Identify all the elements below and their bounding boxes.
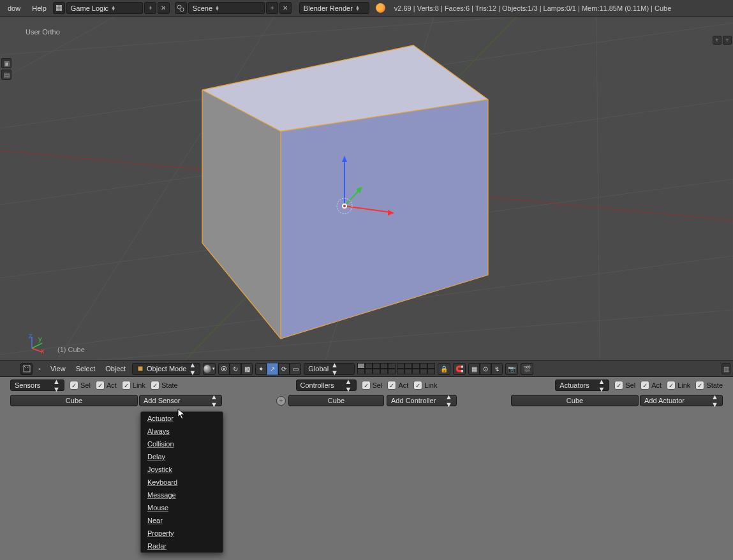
delete-screen-button[interactable]: ✕ [158,2,170,14]
controllers-object-button[interactable]: Cube [288,395,384,406]
render-anim-button[interactable]: 🎬 [521,363,533,375]
screen-layout-select[interactable]: Game Logic ▲▼ [66,2,143,14]
svg-text:x: x [41,347,45,353]
menu-select[interactable]: Select [72,362,100,375]
actuators-state-label: State [706,381,723,389]
actuators-link-label: Link [677,381,690,389]
viewport-canvas [0,17,733,360]
actuators-header: Actuators ▲▼ ✓Sel ✓Act ✓Link ✓State [555,379,723,391]
layer-buttons[interactable] [357,363,435,374]
delete-scene-button[interactable]: ✕ [279,2,292,14]
mode-label: Object Mode [147,365,186,372]
snap-increment-button[interactable]: ▦ [468,363,480,375]
sensor-option-keyboard[interactable]: Keyboard [141,476,223,489]
menu-item-help[interactable]: Help [27,2,52,15]
add-sensor-button[interactable]: Add Sensor ▲▼ [139,395,222,406]
add-scene-button[interactable]: + [266,2,278,14]
sensor-option-collision[interactable]: Collision [141,438,223,450]
actuators-state-checkbox[interactable]: ✓ [695,381,704,390]
sensor-option-near[interactable]: Near [141,514,223,527]
sensors-act-checkbox[interactable]: ✓ [96,381,105,390]
sensor-option-joystick[interactable]: Joystick [141,463,223,476]
menu-item-window[interactable]: dow [3,2,26,15]
controllers-act-checkbox[interactable]: ✓ [387,381,396,390]
menu-object[interactable]: Object [101,362,130,375]
chevron-updown-icon: ▲▼ [211,393,218,408]
collapse-menu-icon[interactable]: ◦ [35,363,44,375]
editor-type-icon[interactable] [20,363,33,375]
sensor-option-mouse[interactable]: Mouse [141,501,223,514]
view-toggle-icon[interactable]: ▤ [1,70,11,80]
actuators-object-button[interactable]: Cube [511,395,639,406]
sensor-option-property[interactable]: Property [141,527,223,540]
3d-viewport[interactable]: ▣ ▤ + + User Ortho (1) Cube z y x [0,17,733,360]
render-image-button[interactable]: 📷 [505,363,518,375]
sensor-option-always[interactable]: Always [141,425,223,438]
pivot-cursor-button[interactable]: ▩ [241,363,253,375]
chevron-updown-icon: ▲▼ [355,6,360,11]
scene-browser-icon[interactable] [175,2,187,14]
manipulator-rotate-button[interactable]: ⟳ [278,363,290,375]
pivot-buttons: ⦿ ↻ ▩ [218,363,253,375]
actuators-act-checkbox[interactable]: ✓ [640,381,649,390]
expand-controller-icon[interactable]: + [276,396,286,406]
controllers-object-label: Cube [328,397,344,404]
sensors-state-checkbox[interactable]: ✓ [151,381,159,390]
camera-toggle-icon[interactable]: ▣ [1,58,11,68]
expand-tool-shelf-icon[interactable]: + [713,36,722,45]
snap-edge-button[interactable]: ↯ [491,363,503,375]
blender-logo-icon [376,3,385,13]
svg-text:z: z [29,333,33,339]
controllers-sel-checkbox[interactable]: ✓ [362,381,371,390]
add-sensor-label: Add Sensor [144,397,180,404]
side-panel-icon[interactable]: ▥ [722,363,730,374]
lock-camera-button[interactable]: 🔒 [438,363,450,375]
actuators-link-checkbox[interactable]: ✓ [667,381,676,390]
screen-layout-label: Game Logic [71,4,108,12]
scene-select[interactable]: Scene ▲▼ [188,2,265,14]
menu-view[interactable]: View [47,362,70,375]
svg-point-1 [180,8,184,11]
add-controller-button[interactable]: Add Controller ▲▼ [387,395,457,406]
sensor-option-radar[interactable]: Radar [141,540,223,552]
screen-browser-icon[interactable] [53,2,65,14]
sensors-act-label: Act [107,381,117,389]
controllers-link-checkbox[interactable]: ✓ [413,381,422,390]
sensors-object-button[interactable]: Cube [10,395,138,406]
manipulator-scale-button[interactable]: ▭ [290,363,301,375]
active-object-label: (1) Cube [57,346,85,353]
pivot-median-button[interactable]: ⦿ [218,363,230,375]
sensor-option-delay[interactable]: Delay [141,450,223,463]
sensors-sel-label: Sel [80,381,91,389]
actuators-sel-checkbox[interactable]: ✓ [614,381,623,390]
sensors-state-label: State [161,381,178,389]
snap-button[interactable]: 🧲 [453,363,466,375]
manipulator-translate-button[interactable]: ↗ [267,363,278,375]
snap-element-buttons: ▦ ⊙ ↯ [468,363,503,375]
manipulator-toggle-button[interactable]: ✦ [255,363,267,375]
svg-line-42 [27,365,30,368]
shading-select[interactable]: ▾ [203,363,216,375]
add-actuator-button[interactable]: Add Actuator ▲▼ [640,395,723,406]
render-engine-select[interactable]: Blender Render ▲▼ [299,2,369,14]
controllers-title: Controllers [300,381,334,389]
sensor-option-message[interactable]: Message [141,489,223,501]
pivot-individual-button[interactable]: ↻ [230,363,241,375]
add-screen-button[interactable]: + [144,2,156,14]
logic-add-row: Cube Add Sensor ▲▼ + Cube Add Controller… [0,394,733,408]
sensors-dropdown[interactable]: Sensors ▲▼ [10,379,64,391]
viewport-left-tools: ▣ ▤ [1,58,11,80]
snap-vertex-button[interactable]: ⊙ [480,363,491,375]
controllers-dropdown[interactable]: Controllers ▲▼ [296,379,357,391]
chevron-updown-icon: ▲▼ [215,6,219,11]
sensors-sel-checkbox[interactable]: ✓ [70,381,78,390]
orientation-select[interactable]: Global ▲▼ [304,363,355,375]
sensor-option-actuator[interactable]: Actuator [141,412,223,425]
view-toolbar: ◦ View Select Object Object Mode ▲▼ ▾ ⦿ … [0,360,733,377]
chevron-updown-icon: ▲▼ [345,378,352,393]
expand-properties-icon[interactable]: + [723,36,732,45]
viewport-right-tools: + + [713,36,732,45]
mode-select[interactable]: Object Mode ▲▼ [132,363,200,375]
sensors-link-checkbox[interactable]: ✓ [122,381,131,390]
actuators-dropdown[interactable]: Actuators ▲▼ [555,379,609,391]
